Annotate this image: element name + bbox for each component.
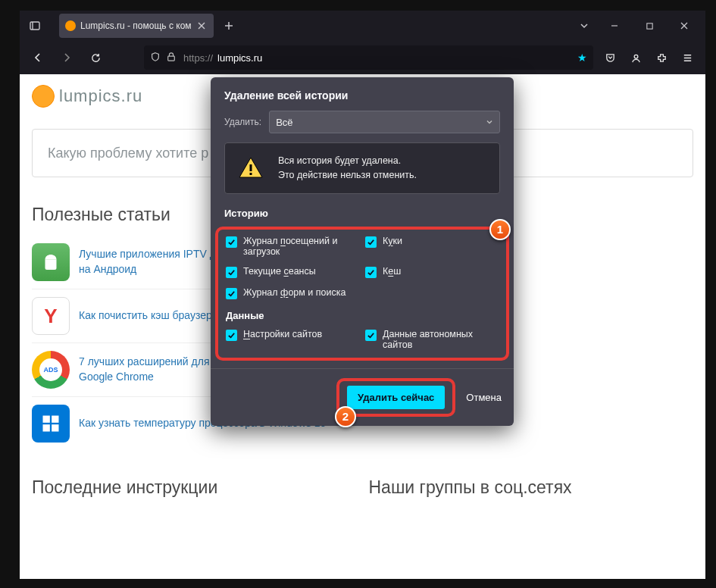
- tab-title: Lumpics.ru - помощь с компью: [80, 20, 191, 31]
- logo-icon: [32, 85, 55, 108]
- checkbox-active-sessions[interactable]: Текущие сеансы: [226, 266, 359, 278]
- tab-active[interactable]: Lumpics.ru - помощь с компью: [59, 14, 214, 38]
- data-section-label: Данные: [226, 310, 499, 321]
- close-window-button[interactable]: [668, 14, 701, 38]
- warning-icon: [237, 155, 264, 182]
- checkbox-icon: [365, 236, 377, 248]
- maximize-button[interactable]: [633, 14, 666, 38]
- lock-icon[interactable]: [167, 52, 179, 64]
- annotation-badge-2: 2: [335, 406, 356, 427]
- delete-range-label: Удалить:: [224, 117, 261, 127]
- checkbox-icon: [226, 288, 237, 299]
- window-controls: [598, 14, 701, 38]
- warning-box: Вся история будет удалена. Это действие …: [224, 142, 500, 194]
- url-bar[interactable]: https://lumpics.ru ★: [144, 45, 593, 70]
- warning-line-2: Это действие нельзя отменить.: [278, 168, 417, 183]
- svg-rect-17: [43, 416, 50, 423]
- account-icon[interactable]: [624, 45, 648, 70]
- section-groups-heading: Наши группы в соц.сетях: [369, 477, 694, 498]
- highlight-box-2: 2 Удалить сейчас: [336, 378, 455, 417]
- checkbox-icon: [226, 330, 237, 341]
- extensions-icon[interactable]: [649, 45, 674, 70]
- svg-rect-24: [250, 164, 252, 171]
- highlight-box-1: 1 Журнал посещений и загрузок Куки Текущ…: [215, 227, 509, 361]
- time-range-value: Всё: [276, 117, 292, 128]
- checkbox-browsing-history[interactable]: Журнал посещений и загрузок: [226, 236, 359, 257]
- warning-line-1: Вся история будет удалена.: [278, 154, 417, 168]
- url-protocol: https://: [183, 52, 213, 64]
- svg-rect-25: [250, 173, 252, 175]
- svg-rect-10: [168, 56, 175, 61]
- navbar: https://lumpics.ru ★: [20, 41, 705, 74]
- svg-rect-19: [43, 424, 50, 431]
- tabs-dropdown-button[interactable]: [571, 14, 598, 38]
- svg-rect-7: [646, 23, 652, 28]
- pocket-icon[interactable]: [598, 45, 622, 70]
- new-tab-button[interactable]: [218, 15, 239, 36]
- annotation-badge-1: 1: [489, 219, 511, 240]
- svg-rect-18: [52, 416, 58, 423]
- forward-button[interactable]: [55, 45, 79, 70]
- clear-history-dialog: Удаление всей истории Удалить: Всё Вся и…: [211, 77, 514, 426]
- checkbox-cookies[interactable]: Куки: [365, 236, 499, 257]
- checkbox-icon: [226, 236, 237, 248]
- url-domain: lumpics.ru: [217, 52, 262, 64]
- svg-rect-0: [30, 22, 39, 30]
- titlebar: Lumpics.ru - помощь с компью: [20, 11, 705, 41]
- back-button[interactable]: [26, 45, 50, 70]
- menu-icon[interactable]: [675, 45, 699, 70]
- tablist-menu-icon[interactable]: [24, 15, 45, 36]
- checkbox-icon: [226, 267, 237, 278]
- section-latest-heading: Последние инструкции: [32, 477, 357, 498]
- checkbox-offline-data[interactable]: Данные автономных сайтов: [365, 329, 499, 350]
- checkbox-cache[interactable]: Кеш: [365, 266, 499, 278]
- dialog-footer: 2 Удалить сейчас Отмена: [211, 368, 514, 426]
- chrome-ads-icon: [32, 351, 70, 389]
- bookmark-star-icon[interactable]: ★: [577, 52, 587, 64]
- android-icon: [32, 243, 70, 281]
- reload-button[interactable]: [83, 45, 108, 70]
- svg-rect-20: [52, 424, 58, 431]
- dialog-title: Удаление всей истории: [224, 89, 500, 102]
- yandex-icon: [32, 297, 70, 335]
- article-link[interactable]: Как почистить кэш браузере: [79, 308, 218, 324]
- cancel-button[interactable]: Отмена: [466, 392, 502, 403]
- checkbox-site-settings[interactable]: Настройки сайтов: [226, 329, 359, 350]
- clear-now-button[interactable]: Удалить сейчас: [347, 386, 445, 409]
- checkbox-icon: [365, 330, 377, 341]
- close-tab-icon[interactable]: [195, 20, 208, 32]
- logo-text: lumpics.ru: [59, 86, 142, 106]
- search-hint-text: Какую проблему хотите р: [48, 145, 208, 161]
- minimize-button[interactable]: [598, 14, 631, 38]
- checkbox-form-history[interactable]: Журнал форм и поиска: [226, 287, 359, 299]
- favicon-icon: [65, 20, 76, 31]
- windows-icon: [32, 405, 70, 443]
- history-section-label: Историю: [224, 208, 500, 219]
- time-range-select[interactable]: Всё: [269, 111, 500, 133]
- checkbox-icon: [365, 267, 377, 278]
- shield-icon[interactable]: [150, 52, 162, 64]
- svg-point-11: [634, 55, 638, 58]
- chevron-down-icon: [486, 117, 493, 128]
